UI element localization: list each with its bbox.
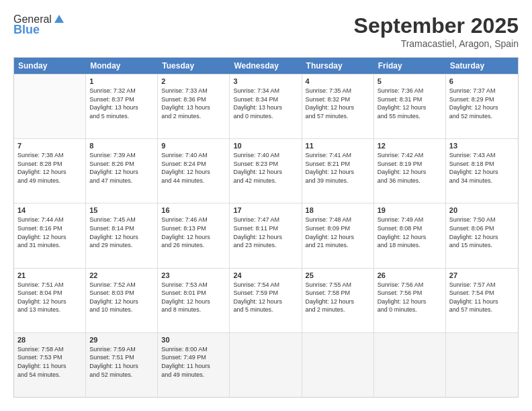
day-info: Sunrise: 7:54 AM Sunset: 7:59 PM Dayligh… xyxy=(233,281,298,314)
day-number: 14 xyxy=(17,206,82,214)
day-cell xyxy=(14,75,86,138)
day-cell: 1Sunrise: 7:32 AM Sunset: 8:37 PM Daylig… xyxy=(86,75,158,138)
day-info: Sunrise: 7:42 AM Sunset: 8:19 PM Dayligh… xyxy=(378,151,442,185)
day-number: 8 xyxy=(89,142,154,150)
day-headers: SundayMondayTuesdayWednesdayThursdayFrid… xyxy=(14,58,518,74)
day-cell: 28Sunrise: 7:58 AM Sunset: 7:53 PM Dayli… xyxy=(14,333,86,397)
day-info: Sunrise: 7:58 AM Sunset: 7:53 PM Dayligh… xyxy=(17,345,82,379)
day-info: Sunrise: 7:49 AM Sunset: 8:08 PM Dayligh… xyxy=(378,216,442,249)
day-info: Sunrise: 7:43 AM Sunset: 8:18 PM Dayligh… xyxy=(449,151,515,185)
day-number: 19 xyxy=(378,206,442,214)
day-number: 1 xyxy=(89,77,154,85)
svg-marker-0 xyxy=(54,15,64,23)
day-cell: 26Sunrise: 7:56 AM Sunset: 7:56 PM Dayli… xyxy=(374,269,446,332)
day-header: Tuesday xyxy=(158,58,230,74)
day-header: Thursday xyxy=(302,58,374,74)
day-cell: 15Sunrise: 7:45 AM Sunset: 8:14 PM Dayli… xyxy=(86,203,158,267)
day-cell: 5Sunrise: 7:36 AM Sunset: 8:31 PM Daylig… xyxy=(374,75,446,138)
day-cell xyxy=(230,333,302,397)
day-header: Saturday xyxy=(446,58,518,74)
day-header: Sunday xyxy=(14,58,86,74)
day-number: 18 xyxy=(306,206,370,214)
day-number: 5 xyxy=(378,77,442,85)
logo-icon xyxy=(53,13,65,26)
week-row: 21Sunrise: 7:51 AM Sunset: 8:04 PM Dayli… xyxy=(14,268,518,332)
title-block: September 2025 Tramacastiel, Aragon, Spa… xyxy=(354,13,519,49)
weeks: 1Sunrise: 7:32 AM Sunset: 8:37 PM Daylig… xyxy=(14,74,518,397)
day-info: Sunrise: 8:00 AM Sunset: 7:49 PM Dayligh… xyxy=(161,345,226,379)
day-info: Sunrise: 7:50 AM Sunset: 8:06 PM Dayligh… xyxy=(449,216,515,249)
day-cell: 9Sunrise: 7:40 AM Sunset: 8:24 PM Daylig… xyxy=(158,139,230,203)
day-cell: 10Sunrise: 7:40 AM Sunset: 8:23 PM Dayli… xyxy=(230,139,302,203)
day-cell: 20Sunrise: 7:50 AM Sunset: 8:06 PM Dayli… xyxy=(446,203,518,267)
day-info: Sunrise: 7:51 AM Sunset: 8:04 PM Dayligh… xyxy=(17,281,82,314)
location: Tramacastiel, Aragon, Spain xyxy=(354,38,519,49)
calendar: SundayMondayTuesdayWednesdayThursdayFrid… xyxy=(13,57,519,398)
day-header: Wednesday xyxy=(230,58,302,74)
day-info: Sunrise: 7:55 AM Sunset: 7:58 PM Dayligh… xyxy=(306,281,370,314)
day-cell: 17Sunrise: 7:47 AM Sunset: 8:11 PM Dayli… xyxy=(230,203,302,267)
day-number: 24 xyxy=(233,271,298,279)
day-info: Sunrise: 7:32 AM Sunset: 8:37 PM Dayligh… xyxy=(89,87,154,120)
day-info: Sunrise: 7:40 AM Sunset: 8:24 PM Dayligh… xyxy=(161,151,226,185)
day-cell: 24Sunrise: 7:54 AM Sunset: 7:59 PM Dayli… xyxy=(230,269,302,332)
day-info: Sunrise: 7:35 AM Sunset: 8:32 PM Dayligh… xyxy=(306,87,370,120)
day-cell: 13Sunrise: 7:43 AM Sunset: 8:18 PM Dayli… xyxy=(446,139,518,203)
day-cell: 7Sunrise: 7:38 AM Sunset: 8:28 PM Daylig… xyxy=(14,139,86,203)
day-number: 3 xyxy=(233,77,298,85)
day-number: 16 xyxy=(161,206,226,214)
day-header: Friday xyxy=(374,58,446,74)
week-row: 14Sunrise: 7:44 AM Sunset: 8:16 PM Dayli… xyxy=(14,203,518,267)
day-number: 25 xyxy=(306,271,370,279)
day-cell: 4Sunrise: 7:35 AM Sunset: 8:32 PM Daylig… xyxy=(302,75,374,138)
day-header: Monday xyxy=(86,58,158,74)
day-number: 11 xyxy=(306,142,370,150)
day-cell: 21Sunrise: 7:51 AM Sunset: 8:04 PM Dayli… xyxy=(14,269,86,332)
day-cell: 27Sunrise: 7:57 AM Sunset: 7:54 PM Dayli… xyxy=(446,269,518,332)
day-number: 9 xyxy=(161,142,226,150)
day-cell: 11Sunrise: 7:41 AM Sunset: 8:21 PM Dayli… xyxy=(302,139,374,203)
week-row: 28Sunrise: 7:58 AM Sunset: 7:53 PM Dayli… xyxy=(14,332,518,397)
day-info: Sunrise: 7:38 AM Sunset: 8:28 PM Dayligh… xyxy=(17,151,82,185)
day-cell: 19Sunrise: 7:49 AM Sunset: 8:08 PM Dayli… xyxy=(374,203,446,267)
day-number: 30 xyxy=(161,336,226,344)
day-info: Sunrise: 7:56 AM Sunset: 7:56 PM Dayligh… xyxy=(378,281,442,314)
day-info: Sunrise: 7:41 AM Sunset: 8:21 PM Dayligh… xyxy=(306,151,370,185)
day-number: 13 xyxy=(449,142,515,150)
day-number: 21 xyxy=(17,271,82,279)
day-cell: 25Sunrise: 7:55 AM Sunset: 7:58 PM Dayli… xyxy=(302,269,374,332)
logo: General Blue xyxy=(13,13,65,37)
day-cell: 18Sunrise: 7:48 AM Sunset: 8:09 PM Dayli… xyxy=(302,203,374,267)
day-number: 23 xyxy=(161,271,226,279)
day-cell xyxy=(446,333,518,397)
day-cell xyxy=(302,333,374,397)
day-number: 12 xyxy=(378,142,442,150)
day-info: Sunrise: 7:37 AM Sunset: 8:29 PM Dayligh… xyxy=(449,87,515,120)
day-cell: 30Sunrise: 8:00 AM Sunset: 7:49 PM Dayli… xyxy=(158,333,230,397)
day-cell: 14Sunrise: 7:44 AM Sunset: 8:16 PM Dayli… xyxy=(14,203,86,267)
day-number: 10 xyxy=(233,142,298,150)
header: General Blue September 2025 Tramacastiel… xyxy=(13,13,519,49)
day-info: Sunrise: 7:59 AM Sunset: 7:51 PM Dayligh… xyxy=(89,345,154,379)
day-cell: 23Sunrise: 7:53 AM Sunset: 8:01 PM Dayli… xyxy=(158,269,230,332)
week-row: 1Sunrise: 7:32 AM Sunset: 8:37 PM Daylig… xyxy=(14,74,518,138)
day-info: Sunrise: 7:52 AM Sunset: 8:03 PM Dayligh… xyxy=(89,281,154,314)
day-info: Sunrise: 7:39 AM Sunset: 8:26 PM Dayligh… xyxy=(89,151,154,185)
day-info: Sunrise: 7:46 AM Sunset: 8:13 PM Dayligh… xyxy=(161,216,226,249)
day-number: 22 xyxy=(89,271,154,279)
day-info: Sunrise: 7:33 AM Sunset: 8:36 PM Dayligh… xyxy=(161,87,226,120)
day-cell: 29Sunrise: 7:59 AM Sunset: 7:51 PM Dayli… xyxy=(86,333,158,397)
day-cell xyxy=(374,333,446,397)
day-number: 4 xyxy=(306,77,370,85)
day-info: Sunrise: 7:47 AM Sunset: 8:11 PM Dayligh… xyxy=(233,216,298,249)
day-cell: 12Sunrise: 7:42 AM Sunset: 8:19 PM Dayli… xyxy=(374,139,446,203)
month-title: September 2025 xyxy=(354,13,519,38)
day-info: Sunrise: 7:34 AM Sunset: 8:34 PM Dayligh… xyxy=(233,87,298,120)
day-cell: 6Sunrise: 7:37 AM Sunset: 8:29 PM Daylig… xyxy=(446,75,518,138)
day-info: Sunrise: 7:48 AM Sunset: 8:09 PM Dayligh… xyxy=(306,216,370,249)
day-info: Sunrise: 7:53 AM Sunset: 8:01 PM Dayligh… xyxy=(161,281,226,314)
day-number: 17 xyxy=(233,206,298,214)
day-number: 6 xyxy=(449,77,515,85)
day-cell: 22Sunrise: 7:52 AM Sunset: 8:03 PM Dayli… xyxy=(86,269,158,332)
week-row: 7Sunrise: 7:38 AM Sunset: 8:28 PM Daylig… xyxy=(14,138,518,203)
